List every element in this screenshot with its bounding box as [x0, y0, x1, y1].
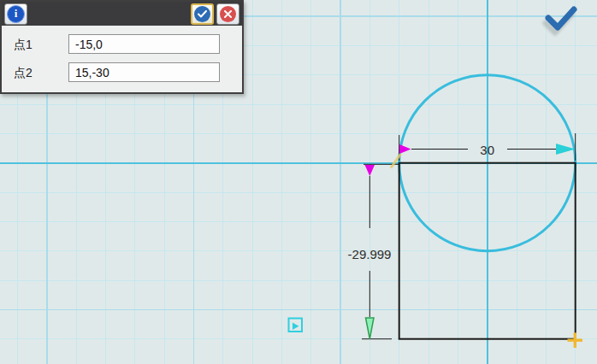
confirm-check-icon[interactable]: [546, 9, 574, 32]
point2-input[interactable]: [68, 62, 220, 82]
confirm-button[interactable]: [191, 3, 214, 25]
close-icon: [220, 6, 236, 22]
dialog-body: 点1 点2: [2, 26, 242, 92]
point2-label: 点2: [14, 66, 33, 81]
info-icon: i: [7, 5, 25, 23]
magenta-arrow-icon: [399, 144, 411, 154]
dialog-titlebar[interactable]: i: [2, 2, 242, 26]
info-button[interactable]: i: [4, 3, 27, 25]
green-arrow-icon: [366, 318, 375, 339]
yellow-plus-marker-icon: [568, 332, 583, 348]
dimension-value-horizontal[interactable]: 30: [480, 143, 494, 157]
point-input-dialog: i 点1 点2: [0, 0, 244, 94]
magenta-arrow-icon: [365, 165, 375, 176]
dimension-value-vertical[interactable]: -29.999: [348, 247, 392, 261]
check-icon: [194, 6, 210, 22]
cancel-button[interactable]: [216, 3, 239, 25]
dimension-vertical[interactable]: -29.999: [348, 164, 399, 338]
snap-cursor-icon: [289, 319, 303, 332]
point1-input[interactable]: [68, 34, 220, 54]
point1-label: 点1: [14, 38, 33, 53]
